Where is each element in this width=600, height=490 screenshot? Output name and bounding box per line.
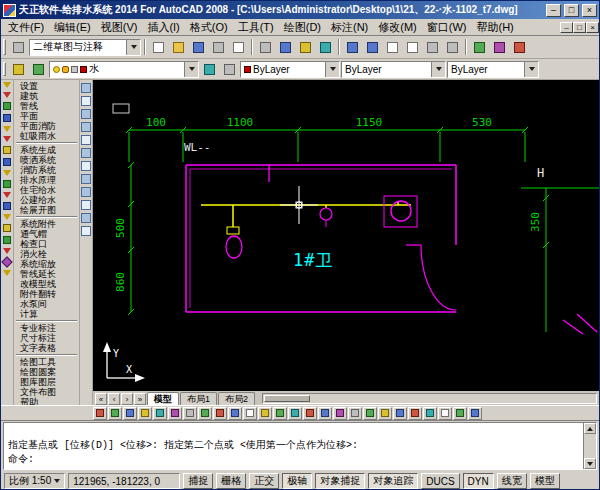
palette-tool-icon[interactable]	[3, 270, 11, 276]
draw-tool-icon[interactable]	[81, 135, 91, 145]
doc-restore-button[interactable]: □	[573, 22, 586, 33]
draw-tool-icon[interactable]	[81, 213, 91, 223]
tab-model[interactable]: 模型	[147, 392, 179, 405]
menu-format[interactable]: 格式(O)	[185, 19, 233, 36]
quick-tool-icon[interactable]	[378, 407, 392, 420]
sidebar-item-11[interactable]: 公建给水	[14, 195, 79, 205]
toggle-polar[interactable]: 极轴	[282, 473, 312, 489]
toggle-ducs[interactable]: DUCS	[421, 473, 459, 489]
sidebar-item-24[interactable]: 尺寸标注	[14, 333, 79, 343]
drawing-canvas[interactable]: 100 1100 1150 530 500 860	[93, 80, 599, 391]
chevron-down-icon[interactable]	[325, 62, 339, 77]
sidebar-item-3[interactable]: 平面	[14, 111, 79, 121]
palette-tool-icon[interactable]	[3, 248, 11, 254]
open-file-icon[interactable]	[169, 38, 188, 56]
draw-tool-icon[interactable]	[81, 161, 91, 171]
quick-tool-icon[interactable]	[213, 407, 227, 420]
tab-layout2[interactable]: 布局2	[218, 392, 255, 405]
menu-insert[interactable]: 插入(I)	[142, 19, 184, 36]
doc-minimize-button[interactable]: –	[560, 22, 573, 33]
sidebar-item-23[interactable]: 专业标注	[14, 323, 79, 333]
doc-close-button[interactable]: ×	[586, 22, 599, 33]
palette-tool-icon[interactable]	[3, 236, 11, 244]
menu-tools[interactable]: 工具(T)	[233, 19, 279, 36]
quick-tool-icon[interactable]	[273, 407, 287, 420]
quick-tool-icon[interactable]	[303, 407, 317, 420]
new-file-icon[interactable]	[149, 38, 168, 56]
toggle-otrack[interactable]: 对象追踪	[368, 473, 418, 489]
draw-tool-icon[interactable]	[81, 122, 91, 132]
linetype-combo[interactable]: ByLayer	[341, 61, 446, 78]
quick-tool-icon[interactable]	[348, 407, 362, 420]
palette-tool-icon[interactable]	[3, 202, 11, 210]
chevron-down-icon[interactable]	[184, 62, 198, 77]
toggle-ortho[interactable]: 正交	[249, 473, 279, 489]
sidebar-item-8[interactable]: 消防系统	[14, 165, 79, 175]
toggle-grid[interactable]: 栅格	[216, 473, 246, 489]
cut-icon[interactable]	[256, 38, 275, 56]
quick-tool-icon[interactable]	[228, 407, 242, 420]
command-prompt[interactable]: 命令:	[8, 453, 580, 467]
quick-tool-icon[interactable]	[153, 407, 167, 420]
quick-tool-icon[interactable]	[243, 407, 257, 420]
sidebar-item-6[interactable]: 系统生成	[14, 145, 79, 155]
toggle-osnap[interactable]: 对象捕捉	[315, 473, 365, 489]
menu-window[interactable]: 窗口(W)	[422, 19, 472, 36]
redo-icon[interactable]	[363, 38, 382, 56]
palette-tool-icon[interactable]	[3, 170, 11, 176]
palette-tool-icon[interactable]	[3, 82, 11, 88]
quick-tool-icon[interactable]	[138, 407, 152, 420]
palette-tool-icon[interactable]	[3, 158, 11, 166]
palette-tool-icon[interactable]	[3, 136, 11, 142]
minimize-button[interactable]: –	[546, 4, 561, 17]
draw-tool-icon[interactable]	[81, 187, 91, 197]
sidebar-item-14[interactable]: 通气帽	[14, 229, 79, 239]
workspace-combo[interactable]: 二维草图与注释	[29, 39, 141, 56]
tool-palettes-icon[interactable]	[510, 38, 529, 56]
quick-tool-icon[interactable]	[333, 407, 347, 420]
quick-tool-icon[interactable]	[168, 407, 182, 420]
plot-icon[interactable]	[209, 38, 228, 56]
layer-previous-icon[interactable]	[220, 60, 239, 78]
sidebar-item-0[interactable]: 设置	[14, 81, 79, 91]
draw-tool-icon[interactable]	[81, 148, 91, 158]
scrollbar-thumb[interactable]	[264, 395, 310, 402]
sidebar-item-16[interactable]: 消火栓	[14, 249, 79, 259]
palette-tool-icon[interactable]	[3, 114, 11, 122]
scale-selector[interactable]: 比例 1:50	[4, 473, 65, 489]
quick-tool-icon[interactable]	[423, 407, 437, 420]
layer-states-icon[interactable]	[29, 60, 48, 78]
scroll-up-icon[interactable]	[584, 423, 596, 434]
quick-tool-icon[interactable]	[258, 407, 272, 420]
toggle-model-space[interactable]: 模型	[530, 473, 560, 489]
workspace-icon[interactable]	[9, 38, 28, 56]
palette-tool-icon[interactable]	[3, 146, 11, 154]
sidebar-item-21[interactable]: 水泵间	[14, 299, 79, 309]
plot-preview-icon[interactable]	[229, 38, 248, 56]
palette-tool-icon[interactable]	[3, 92, 11, 98]
sidebar-item-22[interactable]: 计算	[14, 309, 79, 319]
palette-tool-icon[interactable]	[3, 126, 11, 132]
quick-tool-icon[interactable]	[198, 407, 212, 420]
sidebar-item-26[interactable]: 绘图工具	[14, 357, 79, 367]
tab-layout1[interactable]: 布局1	[180, 392, 217, 405]
chevron-down-icon[interactable]	[524, 62, 538, 77]
scroll-down-icon[interactable]	[584, 458, 596, 469]
tab-prev-icon[interactable]: ‹	[108, 393, 120, 405]
sidebar-item-27[interactable]: 绘图圆案	[14, 367, 79, 377]
properties-icon[interactable]	[470, 38, 489, 56]
quick-tool-icon[interactable]	[183, 407, 197, 420]
palette-tool-icon[interactable]	[3, 192, 11, 198]
layer-properties-icon[interactable]	[9, 60, 28, 78]
palette-tool-icon[interactable]	[3, 214, 11, 220]
sidebar-item-10[interactable]: 住宅给水	[14, 185, 79, 195]
horizontal-scrollbar[interactable]	[262, 393, 597, 404]
lineweight-combo[interactable]: ByLayer	[447, 61, 539, 78]
menu-draw[interactable]: 绘图(D)	[279, 19, 326, 36]
pan-icon[interactable]	[383, 38, 402, 56]
menu-dimension[interactable]: 标注(N)	[326, 19, 373, 36]
draw-tool-icon[interactable]	[81, 174, 91, 184]
command-scrollbar[interactable]	[583, 423, 596, 469]
sidebar-item-15[interactable]: 检查口	[14, 239, 79, 249]
command-line-window[interactable]: 指定基点或 [位移(D)] <位移>: 指定第二个点或 <使用第一个点作为位移>…	[3, 422, 597, 470]
